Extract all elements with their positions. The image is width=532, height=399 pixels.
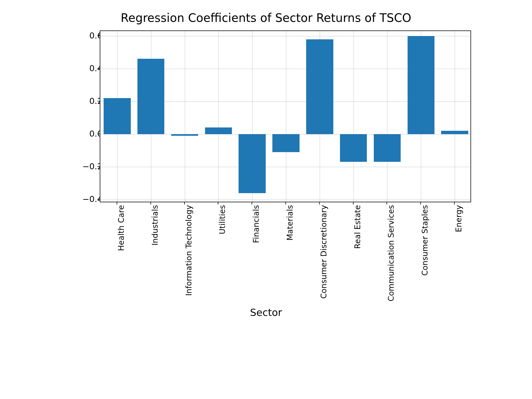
gridline-horizontal bbox=[100, 167, 470, 167]
x-tick-label: Materials bbox=[285, 205, 295, 241]
bar bbox=[137, 59, 164, 134]
bar bbox=[374, 134, 401, 162]
x-tick-mark bbox=[184, 202, 185, 204]
x-tick-label: Communication Services bbox=[387, 205, 396, 301]
x-tick-label: Consumer Discretionary bbox=[319, 205, 328, 299]
bar bbox=[408, 36, 434, 134]
x-tick-mark bbox=[319, 202, 320, 204]
x-tick-label: Industrials bbox=[150, 205, 160, 245]
x-tick-mark bbox=[150, 202, 151, 204]
y-tick-mark bbox=[98, 68, 100, 69]
x-axis-label: Sector bbox=[50, 307, 482, 318]
x-tick-mark bbox=[218, 202, 218, 204]
x-tick-label: Energy bbox=[454, 205, 463, 232]
x-tick-mark bbox=[454, 202, 455, 204]
x-tick-mark bbox=[420, 202, 421, 204]
bar bbox=[239, 134, 265, 193]
x-tick-label: Consumer Staples bbox=[420, 205, 429, 276]
bar bbox=[340, 134, 367, 162]
gridline-horizontal bbox=[100, 200, 470, 200]
x-tick-mark bbox=[387, 202, 387, 204]
x-tick-mark bbox=[285, 202, 286, 204]
x-tick-label: Financials bbox=[252, 205, 261, 243]
y-tick-mark bbox=[98, 101, 100, 101]
bar bbox=[272, 134, 299, 152]
x-tick-mark bbox=[252, 202, 252, 204]
x-tick-label: Health Care bbox=[117, 205, 126, 251]
bar bbox=[205, 127, 232, 134]
gridline-vertical bbox=[286, 31, 286, 202]
gridline-vertical bbox=[387, 31, 387, 202]
x-tick-mark bbox=[117, 202, 117, 204]
gridline-vertical bbox=[354, 31, 354, 202]
page: Regression Coefficients of Sector Return… bbox=[0, 0, 532, 399]
bar bbox=[306, 39, 333, 134]
chart-figure: Regression Coefficients of Sector Return… bbox=[50, 11, 482, 355]
bar bbox=[441, 131, 468, 134]
plot-area bbox=[100, 30, 471, 202]
x-tick-label: Information Technology bbox=[184, 205, 193, 296]
x-tick-label: Utilities bbox=[218, 205, 227, 234]
y-tick-mark bbox=[98, 166, 100, 167]
y-tick-mark bbox=[98, 35, 100, 36]
gridline-vertical bbox=[185, 31, 185, 202]
gridline-vertical bbox=[455, 31, 455, 202]
bar bbox=[171, 134, 198, 136]
y-tick-mark bbox=[98, 199, 100, 200]
gridline-vertical bbox=[218, 31, 219, 202]
chart-title: Regression Coefficients of Sector Return… bbox=[50, 11, 482, 25]
bar bbox=[104, 98, 131, 134]
x-tick-label: Real Estate bbox=[353, 205, 362, 249]
y-tick-mark bbox=[98, 134, 100, 134]
x-tick-mark bbox=[353, 202, 354, 204]
